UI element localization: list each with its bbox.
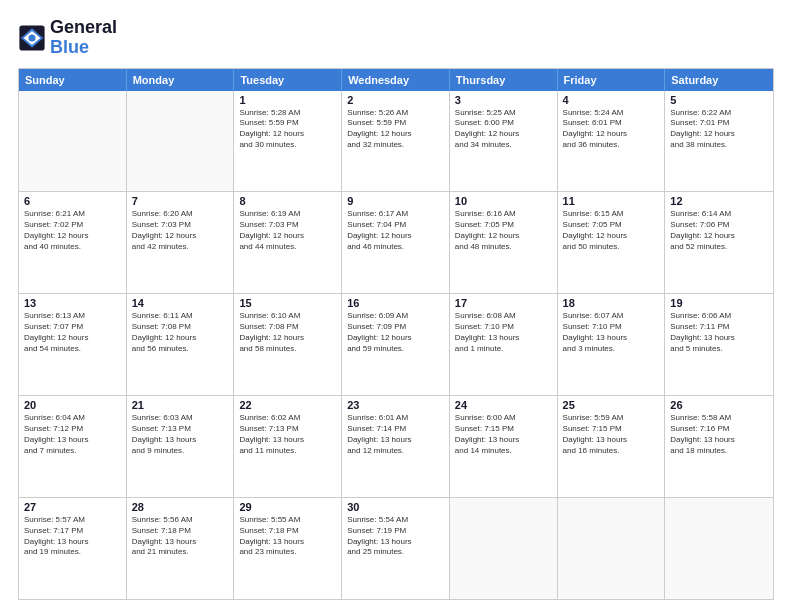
day-info: Sunrise: 5:59 AM Sunset: 7:15 PM Dayligh…	[563, 413, 660, 456]
calendar-day-29: 29Sunrise: 5:55 AM Sunset: 7:18 PM Dayli…	[234, 498, 342, 599]
calendar-day-2: 2Sunrise: 5:26 AM Sunset: 5:59 PM Daylig…	[342, 91, 450, 192]
calendar-day-empty	[665, 498, 773, 599]
header-day-wednesday: Wednesday	[342, 69, 450, 91]
day-number: 4	[563, 94, 660, 106]
calendar-header: SundayMondayTuesdayWednesdayThursdayFrid…	[19, 69, 773, 91]
day-info: Sunrise: 5:24 AM Sunset: 6:01 PM Dayligh…	[563, 108, 660, 151]
day-number: 20	[24, 399, 121, 411]
day-number: 8	[239, 195, 336, 207]
day-info: Sunrise: 6:00 AM Sunset: 7:15 PM Dayligh…	[455, 413, 552, 456]
calendar-day-11: 11Sunrise: 6:15 AM Sunset: 7:05 PM Dayli…	[558, 192, 666, 293]
day-number: 11	[563, 195, 660, 207]
day-info: Sunrise: 5:58 AM Sunset: 7:16 PM Dayligh…	[670, 413, 768, 456]
day-info: Sunrise: 5:54 AM Sunset: 7:19 PM Dayligh…	[347, 515, 444, 558]
day-number: 13	[24, 297, 121, 309]
header-day-thursday: Thursday	[450, 69, 558, 91]
day-info: Sunrise: 6:08 AM Sunset: 7:10 PM Dayligh…	[455, 311, 552, 354]
day-number: 2	[347, 94, 444, 106]
calendar-body: 1Sunrise: 5:28 AM Sunset: 5:59 PM Daylig…	[19, 91, 773, 599]
day-number: 28	[132, 501, 229, 513]
day-number: 21	[132, 399, 229, 411]
day-number: 16	[347, 297, 444, 309]
calendar-week-3: 13Sunrise: 6:13 AM Sunset: 7:07 PM Dayli…	[19, 293, 773, 395]
day-info: Sunrise: 6:17 AM Sunset: 7:04 PM Dayligh…	[347, 209, 444, 252]
page: General Blue SundayMondayTuesdayWednesda…	[0, 0, 792, 612]
logo-text: General Blue	[50, 18, 117, 58]
svg-point-3	[29, 34, 36, 41]
calendar-day-10: 10Sunrise: 6:16 AM Sunset: 7:05 PM Dayli…	[450, 192, 558, 293]
day-number: 14	[132, 297, 229, 309]
day-number: 17	[455, 297, 552, 309]
day-info: Sunrise: 5:56 AM Sunset: 7:18 PM Dayligh…	[132, 515, 229, 558]
day-number: 24	[455, 399, 552, 411]
day-info: Sunrise: 5:57 AM Sunset: 7:17 PM Dayligh…	[24, 515, 121, 558]
calendar-day-1: 1Sunrise: 5:28 AM Sunset: 5:59 PM Daylig…	[234, 91, 342, 192]
day-number: 12	[670, 195, 768, 207]
calendar-day-19: 19Sunrise: 6:06 AM Sunset: 7:11 PM Dayli…	[665, 294, 773, 395]
calendar-week-5: 27Sunrise: 5:57 AM Sunset: 7:17 PM Dayli…	[19, 497, 773, 599]
calendar-day-16: 16Sunrise: 6:09 AM Sunset: 7:09 PM Dayli…	[342, 294, 450, 395]
calendar-day-5: 5Sunrise: 6:22 AM Sunset: 7:01 PM Daylig…	[665, 91, 773, 192]
calendar-week-4: 20Sunrise: 6:04 AM Sunset: 7:12 PM Dayli…	[19, 395, 773, 497]
calendar-day-7: 7Sunrise: 6:20 AM Sunset: 7:03 PM Daylig…	[127, 192, 235, 293]
calendar-day-17: 17Sunrise: 6:08 AM Sunset: 7:10 PM Dayli…	[450, 294, 558, 395]
calendar-day-20: 20Sunrise: 6:04 AM Sunset: 7:12 PM Dayli…	[19, 396, 127, 497]
header-day-monday: Monday	[127, 69, 235, 91]
day-number: 6	[24, 195, 121, 207]
day-info: Sunrise: 6:07 AM Sunset: 7:10 PM Dayligh…	[563, 311, 660, 354]
day-info: Sunrise: 6:02 AM Sunset: 7:13 PM Dayligh…	[239, 413, 336, 456]
calendar-day-3: 3Sunrise: 5:25 AM Sunset: 6:00 PM Daylig…	[450, 91, 558, 192]
day-number: 18	[563, 297, 660, 309]
calendar-day-22: 22Sunrise: 6:02 AM Sunset: 7:13 PM Dayli…	[234, 396, 342, 497]
day-number: 10	[455, 195, 552, 207]
day-info: Sunrise: 6:04 AM Sunset: 7:12 PM Dayligh…	[24, 413, 121, 456]
calendar: SundayMondayTuesdayWednesdayThursdayFrid…	[18, 68, 774, 600]
day-number: 25	[563, 399, 660, 411]
day-info: Sunrise: 6:06 AM Sunset: 7:11 PM Dayligh…	[670, 311, 768, 354]
day-info: Sunrise: 6:19 AM Sunset: 7:03 PM Dayligh…	[239, 209, 336, 252]
day-number: 23	[347, 399, 444, 411]
day-info: Sunrise: 6:13 AM Sunset: 7:07 PM Dayligh…	[24, 311, 121, 354]
day-number: 22	[239, 399, 336, 411]
day-info: Sunrise: 6:16 AM Sunset: 7:05 PM Dayligh…	[455, 209, 552, 252]
calendar-day-25: 25Sunrise: 5:59 AM Sunset: 7:15 PM Dayli…	[558, 396, 666, 497]
day-number: 30	[347, 501, 444, 513]
calendar-day-24: 24Sunrise: 6:00 AM Sunset: 7:15 PM Dayli…	[450, 396, 558, 497]
day-number: 9	[347, 195, 444, 207]
day-info: Sunrise: 5:25 AM Sunset: 6:00 PM Dayligh…	[455, 108, 552, 151]
calendar-day-6: 6Sunrise: 6:21 AM Sunset: 7:02 PM Daylig…	[19, 192, 127, 293]
calendar-day-empty	[19, 91, 127, 192]
header: General Blue	[18, 18, 774, 58]
day-info: Sunrise: 6:10 AM Sunset: 7:08 PM Dayligh…	[239, 311, 336, 354]
day-number: 5	[670, 94, 768, 106]
day-info: Sunrise: 6:15 AM Sunset: 7:05 PM Dayligh…	[563, 209, 660, 252]
calendar-day-23: 23Sunrise: 6:01 AM Sunset: 7:14 PM Dayli…	[342, 396, 450, 497]
day-number: 7	[132, 195, 229, 207]
calendar-day-21: 21Sunrise: 6:03 AM Sunset: 7:13 PM Dayli…	[127, 396, 235, 497]
logo-icon	[18, 24, 46, 52]
calendar-day-4: 4Sunrise: 5:24 AM Sunset: 6:01 PM Daylig…	[558, 91, 666, 192]
day-info: Sunrise: 6:20 AM Sunset: 7:03 PM Dayligh…	[132, 209, 229, 252]
header-day-friday: Friday	[558, 69, 666, 91]
calendar-day-14: 14Sunrise: 6:11 AM Sunset: 7:08 PM Dayli…	[127, 294, 235, 395]
calendar-day-empty	[558, 498, 666, 599]
calendar-day-15: 15Sunrise: 6:10 AM Sunset: 7:08 PM Dayli…	[234, 294, 342, 395]
day-number: 26	[670, 399, 768, 411]
header-day-saturday: Saturday	[665, 69, 773, 91]
calendar-day-28: 28Sunrise: 5:56 AM Sunset: 7:18 PM Dayli…	[127, 498, 235, 599]
calendar-day-26: 26Sunrise: 5:58 AM Sunset: 7:16 PM Dayli…	[665, 396, 773, 497]
calendar-day-27: 27Sunrise: 5:57 AM Sunset: 7:17 PM Dayli…	[19, 498, 127, 599]
header-day-tuesday: Tuesday	[234, 69, 342, 91]
logo: General Blue	[18, 18, 117, 58]
day-info: Sunrise: 6:03 AM Sunset: 7:13 PM Dayligh…	[132, 413, 229, 456]
day-number: 29	[239, 501, 336, 513]
day-info: Sunrise: 6:11 AM Sunset: 7:08 PM Dayligh…	[132, 311, 229, 354]
day-info: Sunrise: 6:21 AM Sunset: 7:02 PM Dayligh…	[24, 209, 121, 252]
day-number: 15	[239, 297, 336, 309]
calendar-day-empty	[450, 498, 558, 599]
calendar-day-12: 12Sunrise: 6:14 AM Sunset: 7:06 PM Dayli…	[665, 192, 773, 293]
day-number: 1	[239, 94, 336, 106]
calendar-week-2: 6Sunrise: 6:21 AM Sunset: 7:02 PM Daylig…	[19, 191, 773, 293]
day-number: 19	[670, 297, 768, 309]
calendar-day-13: 13Sunrise: 6:13 AM Sunset: 7:07 PM Dayli…	[19, 294, 127, 395]
